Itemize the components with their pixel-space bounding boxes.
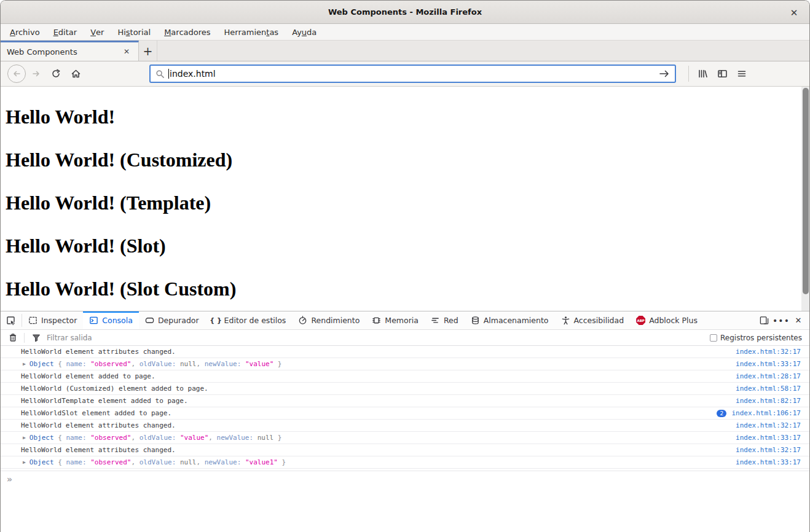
source-location-link[interactable]: index.html:106:17 [731,409,801,417]
devtools-tab-console[interactable]: Consola [83,311,139,329]
console-icon [89,316,98,325]
responsive-mode-button[interactable] [755,312,773,329]
new-tab-button[interactable]: + [139,41,157,61]
log-message-text: HelloWorldSlot element added to page. [21,409,171,417]
page-heading: Hello World! (Slot) [6,235,804,257]
search-icon [155,69,165,79]
page-scrollbar[interactable] [801,87,809,311]
console-message-row: ▶Object { name: "observed", oldValue: nu… [1,456,809,469]
devtools-tab-debugger[interactable]: Depurador [139,311,205,329]
firefox-window: Web Components - Mozilla Firefox ✕ Archi… [0,0,810,532]
memory-icon [372,316,381,325]
console-message-row: HelloWorld element attributes changed.in… [1,346,809,358]
back-icon [7,65,26,83]
filter-input[interactable]: Filtrar salida [47,334,710,342]
devtools-tab-label: Consola [102,316,133,325]
console-input-row[interactable]: » [1,471,809,487]
menu-historial[interactable]: Historial [111,24,157,40]
devtools-tab-label: Adblock Plus [649,316,698,325]
source-location-link[interactable]: index.html:33:17 [736,434,801,442]
library-button[interactable] [693,64,712,84]
clear-console-button[interactable] [6,331,20,345]
page-heading: Hello World! [6,106,804,128]
source-location-link[interactable]: index.html:33:17 [736,458,801,466]
object-preview[interactable]: Object { name: "observed", oldValue: nul… [29,458,286,466]
devtools-tab-accessibility[interactable]: Accesibilidad [555,311,631,329]
menu-button[interactable] [732,64,752,84]
menu-editar[interactable]: Editar [47,24,84,40]
console-filter-bar: Filtrar salida Registros persistentes [1,330,809,346]
devtools-tab-braces[interactable]: { }Editor de estilos [205,311,293,329]
devtools-tabs: InspectorConsolaDepurador{ }Editor de es… [22,311,704,329]
devtools-tab-adblock[interactable]: ABPAdblock Plus [630,311,704,329]
devtools-tab-inspector[interactable]: Inspector [22,311,83,329]
source-location-link[interactable]: index.html:28:17 [736,372,801,380]
devtools-tab-performance[interactable]: Rendimiento [292,311,366,329]
devtools-tab-bar: InspectorConsolaDepurador{ }Editor de es… [1,311,809,330]
devtools-tab-memory[interactable]: Memoria [366,311,425,329]
devtools-tab-network[interactable]: Red [425,311,465,329]
devtools-tab-label: Rendimiento [311,316,360,325]
home-icon [71,69,81,79]
object-preview[interactable]: Object { name: "observed", oldValue: "va… [29,434,282,442]
devtools-tab-label: Almacenamiento [484,316,549,325]
menu-archivo[interactable]: Archivo [3,24,47,40]
tab-web-components[interactable]: Web Components ✕ [1,41,139,61]
storage-icon [471,316,480,325]
sidebar-button[interactable] [712,64,732,84]
page-heading: Hello World! (Template) [6,192,804,214]
devtools-tab-storage[interactable]: Almacenamiento [465,311,555,329]
url-input-value[interactable]: index.html [170,69,659,79]
forward-button[interactable] [26,64,46,84]
console-message-row: HelloWorld (Customized) element added to… [1,383,809,395]
source-location-link[interactable]: index.html:32:17 [736,348,801,356]
persistent-logs-toggle[interactable]: Registros persistentes [710,334,804,342]
log-message-text: HelloWorldTemplate element added to page… [21,397,188,405]
expand-object-icon[interactable]: ▶ [23,361,26,367]
adblock-icon: ABP [636,316,645,325]
reload-icon [51,69,61,79]
console-message-row: HelloWorld element added to page.index.h… [1,370,809,383]
console-prompt-icon: » [7,474,12,484]
go-arrow-icon[interactable] [659,69,670,79]
source-location-link[interactable]: index.html:58:17 [736,385,801,393]
back-button[interactable] [7,64,26,84]
persistent-logs-checkbox[interactable] [710,334,717,342]
tab-bar: Web Components ✕ + [1,41,809,61]
pick-element-button[interactable] [1,311,22,329]
menu-marcadores[interactable]: Marcadores [157,24,217,40]
expand-object-icon[interactable]: ▶ [23,460,26,465]
source-location-link[interactable]: index.html:32:17 [736,421,801,429]
tab-title: Web Components [7,47,120,57]
window-title: Web Components - Mozilla Firefox [328,7,482,17]
url-bar[interactable]: index.html [149,65,676,83]
log-message-text: HelloWorld element added to page. [21,372,155,380]
accessibility-icon [561,316,570,325]
toolbar-separator [688,66,689,82]
reload-button[interactable] [46,64,66,84]
navigation-toolbar: index.html [1,61,809,87]
braces-icon: { } [211,316,221,325]
expand-object-icon[interactable]: ▶ [23,435,26,440]
menu-ver[interactable]: Ver [84,24,111,40]
menubar: ArchivoEditarVerHistorialMarcadoresHerra… [1,24,809,41]
tab-close-icon[interactable]: ✕ [120,46,133,57]
devtools-close-button[interactable]: ✕ [790,312,807,329]
titlebar[interactable]: Web Components - Mozilla Firefox ✕ [1,1,809,24]
source-location-link[interactable]: index.html:32:17 [736,446,801,454]
repeat-count-badge: 2 [717,410,726,417]
page-scrollbar-thumb[interactable] [803,88,809,294]
source-location-link[interactable]: index.html:33:17 [736,360,801,368]
devtools-tab-label: Accesibilidad [574,316,624,325]
window-close-button[interactable]: ✕ [784,1,804,23]
menu-ayuda[interactable]: Ayuda [285,24,323,40]
source-location-link[interactable]: index.html:82:17 [736,397,801,405]
home-button[interactable] [66,64,85,84]
text-caret [168,69,169,79]
devtools-tab-label: Depurador [158,316,199,325]
log-message-text: HelloWorld element attributes changed. [21,348,176,356]
object-preview[interactable]: Object { name: "observed", oldValue: nul… [29,360,282,368]
menu-herramientas[interactable]: Herramientas [218,24,286,40]
console-message-row: ▶Object { name: "observed", oldValue: "v… [1,432,809,444]
devtools-options-button[interactable]: ••• [773,312,790,329]
